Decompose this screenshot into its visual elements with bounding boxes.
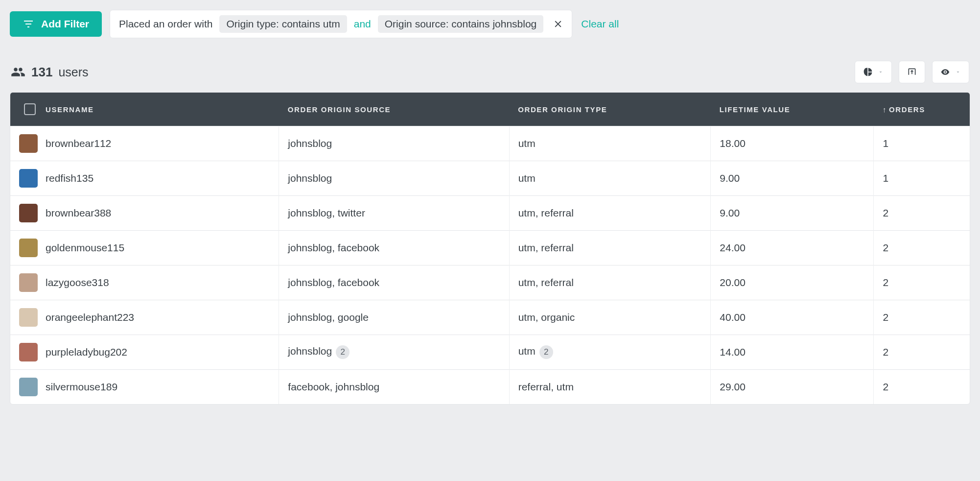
username-text: orangeelephant223	[46, 312, 134, 323]
cell-order-origin-type: utm, organic	[509, 300, 711, 335]
avatar	[19, 169, 38, 188]
export-icon	[907, 67, 917, 77]
cell-orders: 2	[874, 265, 970, 300]
table-row[interactable]: redfish135johnsblogutm9.001	[10, 161, 970, 196]
add-filter-button[interactable]: Add Filter	[10, 11, 102, 37]
eye-icon	[940, 67, 950, 77]
col-header-username-label: USERNAME	[46, 105, 94, 114]
col-header-orders[interactable]: ↑ORDERS	[874, 93, 970, 126]
clear-all-link[interactable]: Clear all	[581, 18, 619, 30]
cell-order-origin-type: utm	[509, 161, 711, 196]
filter-prefix: Placed an order with	[117, 17, 214, 31]
cell-username[interactable]: redfish135	[10, 161, 279, 196]
cell-order-origin-source: facebook, johnsblog	[279, 370, 509, 405]
filter-icon	[23, 18, 34, 30]
cell-order-origin-source: johnsblog, facebook	[279, 265, 509, 300]
cell-order-origin-type: utm, referral	[509, 265, 711, 300]
cell-orders: 1	[874, 126, 970, 161]
cell-lifetime-value: 9.00	[711, 196, 874, 231]
avatar	[19, 204, 38, 222]
visibility-button[interactable]	[932, 61, 969, 83]
cell-lifetime-value: 40.00	[711, 300, 874, 335]
cell-username[interactable]: brownbear388	[10, 196, 279, 231]
cell-order-origin-source: johnsblog2	[279, 335, 509, 370]
count-number: 131	[31, 65, 52, 80]
table-row[interactable]: lazygoose318johnsblog, facebookutm, refe…	[10, 265, 970, 300]
cell-username[interactable]: goldenmouse115	[10, 231, 279, 265]
cell-orders: 1	[874, 161, 970, 196]
col-header-source[interactable]: ORDER ORIGIN SOURCE	[279, 93, 509, 126]
cell-order-origin-source: johnsblog, google	[279, 300, 509, 335]
action-buttons	[855, 61, 969, 83]
cell-lifetime-value: 29.00	[711, 370, 874, 405]
filter-op-and: and	[352, 17, 373, 31]
cell-orders: 2	[874, 370, 970, 405]
select-all-checkbox[interactable]	[24, 103, 36, 115]
chevron-down-icon	[955, 69, 961, 75]
count-label: users	[58, 65, 88, 79]
username-text: silvermouse189	[46, 381, 117, 393]
cell-lifetime-value: 9.00	[711, 161, 874, 196]
avatar	[19, 343, 38, 361]
close-icon	[553, 19, 563, 29]
username-text: brownbear388	[46, 207, 111, 219]
username-text: brownbear112	[46, 138, 111, 149]
table-row[interactable]: goldenmouse115johnsblog, facebookutm, re…	[10, 231, 970, 265]
filter-chip-origin-source[interactable]: Origin source: contains johnsblog	[378, 15, 544, 33]
table-header-row: USERNAME ORDER ORIGIN SOURCE ORDER ORIGI…	[10, 93, 970, 126]
active-filter[interactable]: Placed an order with Origin type: contai…	[110, 10, 572, 38]
toolbar: Add Filter Placed an order with Origin t…	[10, 10, 970, 38]
table-row[interactable]: brownbear112johnsblogutm18.001	[10, 126, 970, 161]
col-header-ltv[interactable]: LIFETIME VALUE	[711, 93, 874, 126]
username-text: redfish135	[46, 172, 93, 184]
cell-orders: 2	[874, 196, 970, 231]
table-row[interactable]: silvermouse189facebook, johnsblogreferra…	[10, 370, 970, 405]
table-row[interactable]: orangeelephant223johnsblog, googleutm, o…	[10, 300, 970, 335]
users-table: USERNAME ORDER ORIGIN SOURCE ORDER ORIGI…	[10, 93, 970, 404]
avatar	[19, 308, 38, 327]
cell-order-origin-type: utm2	[509, 335, 711, 370]
remove-filter-button[interactable]	[551, 17, 565, 31]
chevron-down-icon	[878, 69, 884, 75]
cell-username[interactable]: lazygoose318	[10, 265, 279, 300]
cell-lifetime-value: 24.00	[711, 231, 874, 265]
filter-chip-origin-type[interactable]: Origin type: contains utm	[219, 15, 347, 33]
cell-order-origin-type: utm	[509, 126, 711, 161]
cell-order-origin-source: johnsblog	[279, 161, 509, 196]
username-text: purpleladybug202	[46, 346, 127, 358]
pie-chart-icon	[863, 67, 873, 77]
cell-lifetime-value: 14.00	[711, 335, 874, 370]
cell-username[interactable]: purpleladybug202	[10, 335, 279, 370]
col-header-username[interactable]: USERNAME	[10, 93, 279, 126]
cell-lifetime-value: 18.00	[711, 126, 874, 161]
avatar	[19, 273, 38, 292]
cell-orders: 2	[874, 231, 970, 265]
sort-asc-icon: ↑	[883, 105, 887, 114]
count-badge: 2	[539, 345, 553, 359]
cell-order-origin-type: referral, utm	[509, 370, 711, 405]
users-table-container: USERNAME ORDER ORIGIN SOURCE ORDER ORIGI…	[10, 92, 970, 405]
username-text: lazygoose318	[46, 277, 109, 289]
cell-username[interactable]: orangeelephant223	[10, 300, 279, 335]
avatar	[19, 134, 38, 153]
username-text: goldenmouse115	[46, 242, 124, 254]
summary-row: 131 users	[10, 61, 970, 83]
chart-button[interactable]	[855, 61, 892, 83]
cell-order-origin-source: johnsblog, twitter	[279, 196, 509, 231]
cell-order-origin-type: utm, referral	[509, 196, 711, 231]
table-row[interactable]: purpleladybug202johnsblog2utm214.002	[10, 335, 970, 370]
avatar	[19, 378, 38, 396]
cell-order-origin-source: johnsblog	[279, 126, 509, 161]
cell-username[interactable]: brownbear112	[10, 126, 279, 161]
result-count: 131 users	[11, 65, 89, 80]
cell-lifetime-value: 20.00	[711, 265, 874, 300]
col-header-type[interactable]: ORDER ORIGIN TYPE	[509, 93, 711, 126]
cell-order-origin-source: johnsblog, facebook	[279, 231, 509, 265]
add-filter-label: Add Filter	[41, 18, 89, 30]
export-button[interactable]	[899, 61, 925, 83]
cell-order-origin-type: utm, referral	[509, 231, 711, 265]
people-icon	[11, 65, 25, 79]
table-row[interactable]: brownbear388johnsblog, twitterutm, refer…	[10, 196, 970, 231]
cell-orders: 2	[874, 300, 970, 335]
cell-username[interactable]: silvermouse189	[10, 370, 279, 405]
